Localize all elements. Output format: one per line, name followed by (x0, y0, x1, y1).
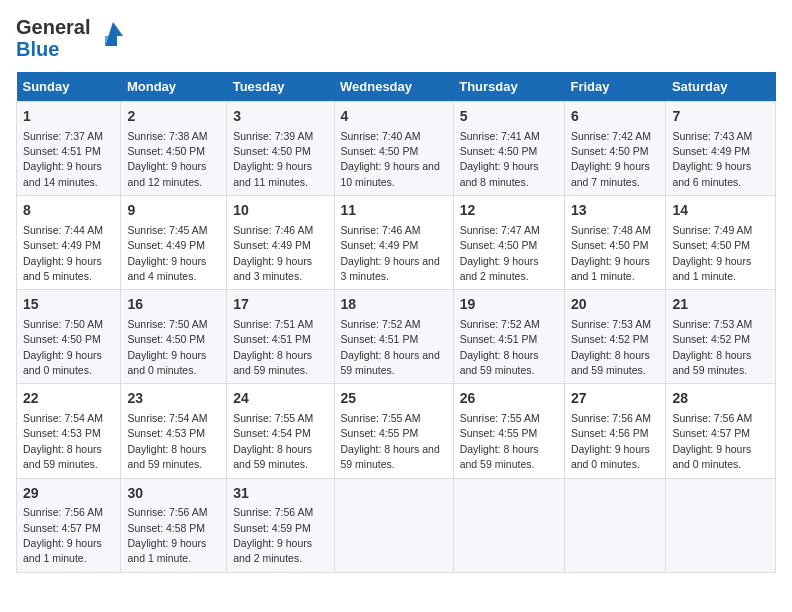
day-info: Sunrise: 7:49 AMSunset: 4:50 PMDaylight:… (672, 224, 752, 282)
day-number: 15 (23, 295, 114, 315)
calendar-week-row: 29Sunrise: 7:56 AMSunset: 4:57 PMDayligh… (17, 478, 776, 572)
day-number: 5 (460, 107, 558, 127)
calendar-cell: 12Sunrise: 7:47 AMSunset: 4:50 PMDayligh… (453, 196, 564, 290)
calendar-cell: 4Sunrise: 7:40 AMSunset: 4:50 PMDaylight… (334, 102, 453, 196)
day-number: 6 (571, 107, 659, 127)
day-number: 21 (672, 295, 769, 315)
calendar-cell: 20Sunrise: 7:53 AMSunset: 4:52 PMDayligh… (564, 290, 665, 384)
day-info: Sunrise: 7:45 AMSunset: 4:49 PMDaylight:… (127, 224, 207, 282)
day-number: 13 (571, 201, 659, 221)
header-wednesday: Wednesday (334, 72, 453, 102)
calendar-cell: 27Sunrise: 7:56 AMSunset: 4:56 PMDayligh… (564, 384, 665, 478)
logo-line1: General (16, 16, 90, 38)
day-info: Sunrise: 7:52 AMSunset: 4:51 PMDaylight:… (460, 318, 540, 376)
day-number: 11 (341, 201, 447, 221)
calendar-cell: 2Sunrise: 7:38 AMSunset: 4:50 PMDaylight… (121, 102, 227, 196)
day-number: 28 (672, 389, 769, 409)
day-number: 7 (672, 107, 769, 127)
calendar-cell: 3Sunrise: 7:39 AMSunset: 4:50 PMDaylight… (227, 102, 334, 196)
day-info: Sunrise: 7:47 AMSunset: 4:50 PMDaylight:… (460, 224, 540, 282)
svg-marker-0 (105, 22, 123, 46)
calendar-cell: 8Sunrise: 7:44 AMSunset: 4:49 PMDaylight… (17, 196, 121, 290)
day-info: Sunrise: 7:39 AMSunset: 4:50 PMDaylight:… (233, 130, 313, 188)
day-number: 2 (127, 107, 220, 127)
calendar-cell: 11Sunrise: 7:46 AMSunset: 4:49 PMDayligh… (334, 196, 453, 290)
day-number: 29 (23, 484, 114, 504)
calendar-cell: 7Sunrise: 7:43 AMSunset: 4:49 PMDaylight… (666, 102, 776, 196)
calendar-cell: 13Sunrise: 7:48 AMSunset: 4:50 PMDayligh… (564, 196, 665, 290)
calendar-week-row: 8Sunrise: 7:44 AMSunset: 4:49 PMDaylight… (17, 196, 776, 290)
calendar-cell: 29Sunrise: 7:56 AMSunset: 4:57 PMDayligh… (17, 478, 121, 572)
day-number: 8 (23, 201, 114, 221)
day-number: 1 (23, 107, 114, 127)
day-info: Sunrise: 7:38 AMSunset: 4:50 PMDaylight:… (127, 130, 207, 188)
calendar-cell: 15Sunrise: 7:50 AMSunset: 4:50 PMDayligh… (17, 290, 121, 384)
day-info: Sunrise: 7:53 AMSunset: 4:52 PMDaylight:… (672, 318, 752, 376)
day-info: Sunrise: 7:51 AMSunset: 4:51 PMDaylight:… (233, 318, 313, 376)
day-info: Sunrise: 7:44 AMSunset: 4:49 PMDaylight:… (23, 224, 103, 282)
calendar-cell: 25Sunrise: 7:55 AMSunset: 4:55 PMDayligh… (334, 384, 453, 478)
day-info: Sunrise: 7:46 AMSunset: 4:49 PMDaylight:… (233, 224, 313, 282)
day-info: Sunrise: 7:54 AMSunset: 4:53 PMDaylight:… (127, 412, 207, 470)
header-saturday: Saturday (666, 72, 776, 102)
day-info: Sunrise: 7:56 AMSunset: 4:58 PMDaylight:… (127, 506, 207, 564)
calendar-cell: 16Sunrise: 7:50 AMSunset: 4:50 PMDayligh… (121, 290, 227, 384)
day-info: Sunrise: 7:48 AMSunset: 4:50 PMDaylight:… (571, 224, 651, 282)
day-number: 30 (127, 484, 220, 504)
day-info: Sunrise: 7:46 AMSunset: 4:49 PMDaylight:… (341, 224, 440, 282)
calendar-cell: 17Sunrise: 7:51 AMSunset: 4:51 PMDayligh… (227, 290, 334, 384)
header-friday: Friday (564, 72, 665, 102)
calendar-week-row: 22Sunrise: 7:54 AMSunset: 4:53 PMDayligh… (17, 384, 776, 478)
day-info: Sunrise: 7:40 AMSunset: 4:50 PMDaylight:… (341, 130, 440, 188)
day-info: Sunrise: 7:37 AMSunset: 4:51 PMDaylight:… (23, 130, 103, 188)
day-info: Sunrise: 7:50 AMSunset: 4:50 PMDaylight:… (23, 318, 103, 376)
day-info: Sunrise: 7:55 AMSunset: 4:55 PMDaylight:… (460, 412, 540, 470)
logo: General Blue (16, 16, 131, 60)
day-info: Sunrise: 7:50 AMSunset: 4:50 PMDaylight:… (127, 318, 207, 376)
header-monday: Monday (121, 72, 227, 102)
day-number: 22 (23, 389, 114, 409)
calendar-cell: 18Sunrise: 7:52 AMSunset: 4:51 PMDayligh… (334, 290, 453, 384)
day-info: Sunrise: 7:53 AMSunset: 4:52 PMDaylight:… (571, 318, 651, 376)
day-info: Sunrise: 7:42 AMSunset: 4:50 PMDaylight:… (571, 130, 651, 188)
day-number: 12 (460, 201, 558, 221)
calendar-cell: 19Sunrise: 7:52 AMSunset: 4:51 PMDayligh… (453, 290, 564, 384)
calendar-cell: 24Sunrise: 7:55 AMSunset: 4:54 PMDayligh… (227, 384, 334, 478)
calendar-week-row: 1Sunrise: 7:37 AMSunset: 4:51 PMDaylight… (17, 102, 776, 196)
day-number: 23 (127, 389, 220, 409)
day-number: 25 (341, 389, 447, 409)
day-number: 16 (127, 295, 220, 315)
day-info: Sunrise: 7:55 AMSunset: 4:54 PMDaylight:… (233, 412, 313, 470)
day-number: 17 (233, 295, 327, 315)
calendar-cell: 26Sunrise: 7:55 AMSunset: 4:55 PMDayligh… (453, 384, 564, 478)
day-number: 10 (233, 201, 327, 221)
day-info: Sunrise: 7:43 AMSunset: 4:49 PMDaylight:… (672, 130, 752, 188)
calendar-cell: 9Sunrise: 7:45 AMSunset: 4:49 PMDaylight… (121, 196, 227, 290)
day-info: Sunrise: 7:56 AMSunset: 4:57 PMDaylight:… (672, 412, 752, 470)
calendar-cell: 5Sunrise: 7:41 AMSunset: 4:50 PMDaylight… (453, 102, 564, 196)
day-number: 31 (233, 484, 327, 504)
calendar-cell (564, 478, 665, 572)
calendar-week-row: 15Sunrise: 7:50 AMSunset: 4:50 PMDayligh… (17, 290, 776, 384)
page-header: General Blue (16, 16, 776, 60)
calendar-cell: 30Sunrise: 7:56 AMSunset: 4:58 PMDayligh… (121, 478, 227, 572)
calendar-cell (453, 478, 564, 572)
day-info: Sunrise: 7:56 AMSunset: 4:56 PMDaylight:… (571, 412, 651, 470)
day-number: 3 (233, 107, 327, 127)
day-info: Sunrise: 7:56 AMSunset: 4:57 PMDaylight:… (23, 506, 103, 564)
calendar-cell: 31Sunrise: 7:56 AMSunset: 4:59 PMDayligh… (227, 478, 334, 572)
day-number: 14 (672, 201, 769, 221)
calendar-cell: 23Sunrise: 7:54 AMSunset: 4:53 PMDayligh… (121, 384, 227, 478)
header-sunday: Sunday (17, 72, 121, 102)
calendar-cell (334, 478, 453, 572)
calendar-cell: 14Sunrise: 7:49 AMSunset: 4:50 PMDayligh… (666, 196, 776, 290)
day-info: Sunrise: 7:52 AMSunset: 4:51 PMDaylight:… (341, 318, 440, 376)
calendar-cell: 28Sunrise: 7:56 AMSunset: 4:57 PMDayligh… (666, 384, 776, 478)
calendar-cell (666, 478, 776, 572)
calendar-cell: 10Sunrise: 7:46 AMSunset: 4:49 PMDayligh… (227, 196, 334, 290)
calendar-cell: 21Sunrise: 7:53 AMSunset: 4:52 PMDayligh… (666, 290, 776, 384)
logo-line2: Blue (16, 38, 90, 60)
calendar-cell: 6Sunrise: 7:42 AMSunset: 4:50 PMDaylight… (564, 102, 665, 196)
calendar-header-row: SundayMondayTuesdayWednesdayThursdayFrid… (17, 72, 776, 102)
day-number: 19 (460, 295, 558, 315)
